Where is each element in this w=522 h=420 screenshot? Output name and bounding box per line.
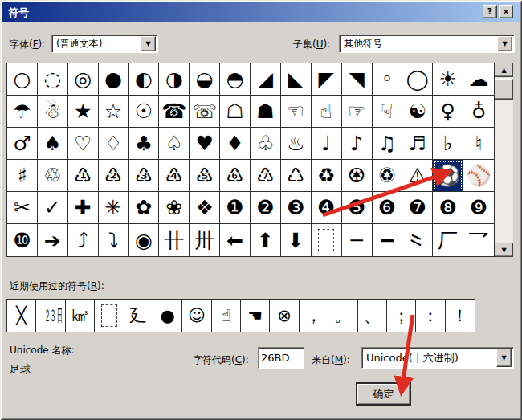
symbol-cell[interactable]: ♂ xyxy=(7,128,38,160)
symbol-cell[interactable]: ☉ xyxy=(129,96,160,128)
symbol-cell[interactable]: ☗ xyxy=(251,96,281,128)
symbol-cell[interactable]: ☜ xyxy=(281,96,312,128)
symbol-cell[interactable]: ⬆ xyxy=(251,224,281,256)
symbol-cell[interactable]: ❺ xyxy=(342,192,373,224)
symbol-cell[interactable]: 、 xyxy=(358,300,387,332)
symbol-cell[interactable]: 乛 xyxy=(463,224,494,256)
symbol-cell[interactable]: ♢ xyxy=(99,128,129,160)
symbol-cell[interactable]: ✂ xyxy=(7,192,38,224)
symbol-cell[interactable]: ☖ xyxy=(220,96,251,128)
symbol-cell[interactable]: ✚ xyxy=(68,192,99,224)
symbol-cell[interactable]: ◐ xyxy=(129,63,160,96)
symbol-cell[interactable]: ⬅ xyxy=(220,224,251,256)
symbol-cell[interactable]: ♁ xyxy=(463,96,494,128)
symbol-cell[interactable]: ⼚ xyxy=(433,224,463,256)
symbol-cell-selected[interactable]: ⚽ xyxy=(433,160,463,192)
symbol-cell[interactable]: ⤵ xyxy=(99,224,129,256)
symbol-cell[interactable]: ☃ xyxy=(38,96,68,128)
symbol-cell[interactable]: ♧ xyxy=(251,128,281,160)
symbol-cell[interactable]: ♶ xyxy=(159,160,190,192)
symbol-cell[interactable]: ♷ xyxy=(190,160,220,192)
symbol-cell[interactable]: ♻ xyxy=(312,160,342,192)
symbol-cell[interactable]: ✿ xyxy=(129,192,160,224)
symbol-cell[interactable]: ⺀ xyxy=(402,224,433,256)
symbol-cell[interactable]: ♤ xyxy=(159,128,190,160)
symbol-cell[interactable]: ━ xyxy=(373,224,403,256)
symbol-cell[interactable]: ◉ xyxy=(129,224,160,256)
symbol-cell[interactable]: ◌ xyxy=(38,63,68,96)
symbol-cell[interactable]: ❽ xyxy=(433,192,463,224)
title-bar[interactable]: 符号 xyxy=(2,2,520,22)
symbol-cell[interactable]: ☂ xyxy=(7,96,38,128)
symbol-cell[interactable]: ◤ xyxy=(312,63,342,96)
symbol-cell[interactable]: ㏶ xyxy=(36,300,65,332)
scroll-up-button[interactable]: ▲ xyxy=(495,63,513,77)
dropdown-arrow-icon[interactable]: ▼ xyxy=(141,36,156,51)
symbol-cell[interactable]: ☎ xyxy=(159,96,190,128)
char-code-input[interactable] xyxy=(258,347,304,369)
symbol-cell[interactable] xyxy=(95,300,124,332)
dropdown-arrow-icon[interactable]: ▼ xyxy=(496,349,512,367)
symbol-cell[interactable]: 〺 xyxy=(190,224,220,256)
symbol-cell[interactable]: ♀ xyxy=(433,96,463,128)
symbol-cell[interactable]: ◎ xyxy=(68,63,99,96)
symbol-cell[interactable]: ♣ xyxy=(129,128,160,160)
scroll-thumb[interactable] xyxy=(495,79,513,100)
close-button[interactable]: × xyxy=(499,5,513,18)
symbol-cell[interactable]: ❿ xyxy=(7,224,38,256)
symbol-cell[interactable]: ✳ xyxy=(99,192,129,224)
symbol-cell[interactable]: ♳ xyxy=(68,160,99,192)
symbol-cell[interactable]: ◥ xyxy=(342,63,373,96)
symbol-cell[interactable]: ♭ xyxy=(433,128,463,160)
symbol-cell[interactable]: ☟ xyxy=(373,96,403,128)
symbol-cell[interactable]: ☺ xyxy=(182,300,211,332)
symbol-cell[interactable]: 〹 xyxy=(159,224,190,256)
dropdown-arrow-icon[interactable]: ▼ xyxy=(497,36,512,51)
symbol-cell[interactable]: ♦ xyxy=(220,128,251,160)
symbol-cell[interactable]: ☚ xyxy=(241,300,270,332)
symbol-cell[interactable]: ♬ xyxy=(402,128,433,160)
symbol-cell[interactable]: ♹ xyxy=(251,160,281,192)
symbol-cell[interactable]: ♵ xyxy=(129,160,160,192)
symbol-cell[interactable]: ☝ xyxy=(312,96,342,128)
symbol-cell[interactable]: ㎦ xyxy=(66,300,95,332)
scroll-down-button[interactable]: ▼ xyxy=(495,243,513,257)
symbol-cell[interactable]: ♫ xyxy=(373,128,403,160)
symbol-cell[interactable]: ☁ xyxy=(463,63,494,96)
symbol-cell[interactable]: ★ xyxy=(68,96,99,128)
symbol-cell[interactable]: ❀ xyxy=(159,192,190,224)
symbol-cell[interactable]: ♠ xyxy=(38,128,68,160)
symbol-cell[interactable]: ： xyxy=(416,300,445,332)
symbol-cell[interactable]: ◑ xyxy=(159,63,190,96)
symbol-cell[interactable]: ☆ xyxy=(99,96,129,128)
symbol-cell[interactable]: ● xyxy=(99,63,129,96)
symbol-cell[interactable]: ； xyxy=(387,300,416,332)
symbol-cell[interactable]: ◣ xyxy=(281,63,312,96)
symbol-cell[interactable]: ⊗ xyxy=(270,300,299,332)
symbol-cell[interactable]: ♽ xyxy=(373,160,403,192)
symbol-cell[interactable]: ， xyxy=(300,300,328,332)
symbol-cell[interactable]: ♲ xyxy=(38,160,68,192)
symbol-cell[interactable]: ♩ xyxy=(312,128,342,160)
symbol-cell[interactable]: 廴 xyxy=(124,300,153,332)
symbol-cell[interactable]: 。 xyxy=(328,300,357,332)
symbol-cell[interactable]: ⚠ xyxy=(402,160,433,192)
symbol-cell[interactable]: ❻ xyxy=(373,192,403,224)
symbol-cell[interactable]: ◦ xyxy=(373,63,403,96)
help-button[interactable]: ? xyxy=(483,5,497,18)
symbol-cell[interactable] xyxy=(312,224,342,256)
symbol-cell[interactable]: ❖ xyxy=(190,192,220,224)
symbol-cell[interactable]: ◯ xyxy=(402,63,433,96)
symbol-cell[interactable]: ♯ xyxy=(7,160,38,192)
from-combobox[interactable]: Unicode(十六进制) ▼ xyxy=(361,347,514,369)
symbol-cell[interactable]: ❼ xyxy=(402,192,433,224)
subset-combobox[interactable]: 其他符号 ▼ xyxy=(339,35,515,53)
symbol-cell[interactable]: ➔ xyxy=(38,224,68,256)
symbol-cell[interactable]: ♼ xyxy=(342,160,373,192)
symbol-cell[interactable]: ❷ xyxy=(251,192,281,224)
symbol-cell[interactable]: ❶ xyxy=(220,192,251,224)
symbol-cell[interactable]: ✓ xyxy=(38,192,68,224)
symbol-cell[interactable]: ☝ xyxy=(212,300,241,332)
symbol-cell[interactable]: ☞ xyxy=(342,96,373,128)
symbol-cell[interactable]: ☯ xyxy=(402,96,433,128)
